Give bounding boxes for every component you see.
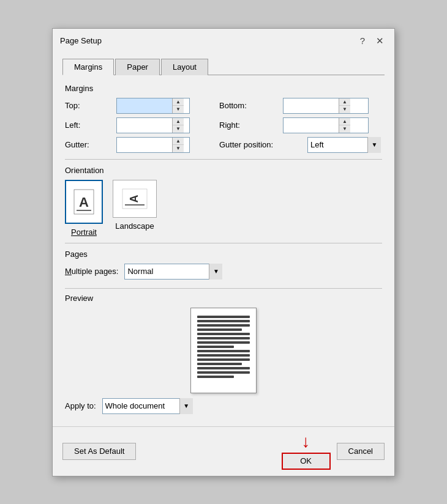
top-spin-down[interactable]: ▼ <box>173 106 184 113</box>
preview-page <box>190 308 257 393</box>
portrait-label: Portrait <box>71 228 97 237</box>
svg-text:A: A <box>79 195 89 210</box>
right-input[interactable]: 0.79" <box>284 118 339 133</box>
top-bottom-row: Top: 0.98" ▲ ▼ Bottom: 0.98" ▲ ▼ <box>65 98 382 114</box>
preview-line-8 <box>197 346 234 348</box>
apply-to-row: Apply to: Whole document This point forw… <box>65 398 382 414</box>
multiple-pages-select-wrapper[interactable]: Normal Mirror margins 2 pages per sheet … <box>124 264 222 280</box>
bottom-spin-down[interactable]: ▼ <box>339 106 350 113</box>
down-arrow-icon: ↓ <box>302 433 310 450</box>
landscape-label: Landscape <box>115 221 154 231</box>
dialog-title: Page Setup <box>60 36 102 45</box>
left-spin-down[interactable]: ▼ <box>173 125 184 133</box>
preview-line-1 <box>197 316 250 318</box>
margins-section-label: Margins <box>65 84 382 93</box>
bottom-input[interactable]: 0.98" <box>284 98 339 113</box>
tabs-bar: Margins Paper Layout <box>62 58 385 75</box>
preview-box <box>65 308 382 393</box>
orientation-options: A Portrait A <box>65 180 382 237</box>
pages-row: MMultiple pages:ultiple pages: Normal Mi… <box>65 264 382 280</box>
right-spin-down[interactable]: ▼ <box>339 125 350 133</box>
tab-content-margins: Margins Top: 0.98" ▲ ▼ Bottom: 0.98" ▲ <box>62 75 385 418</box>
help-button[interactable]: ? <box>355 34 370 48</box>
gutter-position-select[interactable]: Left Top Right <box>307 137 381 153</box>
bottom-label: Bottom: <box>219 101 280 110</box>
apply-to-label: Apply to: <box>65 401 96 410</box>
apply-to-select[interactable]: Whole document This point forward <box>102 398 193 414</box>
left-label: Left: <box>65 120 114 130</box>
top-input[interactable]: 0.98" <box>117 98 172 113</box>
preview-line-14 <box>197 371 250 374</box>
preview-line-5 <box>197 333 250 335</box>
bottom-spin-buttons: ▲ ▼ <box>339 98 350 113</box>
gutter-input[interactable]: 0" <box>117 138 172 152</box>
set-as-default-button[interactable]: Set As Default <box>62 443 136 460</box>
cancel-button[interactable]: Cancel <box>337 443 385 460</box>
right-spin-up[interactable]: ▲ <box>339 118 350 126</box>
title-bar-buttons: ? ✕ <box>355 34 387 48</box>
left-input-spin[interactable]: 1.38" ▲ ▼ <box>116 117 190 133</box>
gutter-row: Gutter: 0" ▲ ▼ Gutter position: Left Top… <box>65 137 382 153</box>
gutter-position-label: Gutter position: <box>219 140 305 149</box>
preview-line-9 <box>197 350 250 352</box>
preview-line-15 <box>197 376 234 378</box>
landscape-option[interactable]: A Landscape <box>113 180 157 237</box>
close-button[interactable]: ✕ <box>372 34 387 48</box>
pages-section: Pages MMultiple pages:ultiple pages: Nor… <box>65 250 382 280</box>
preview-line-7 <box>197 341 250 344</box>
portrait-option[interactable]: A Portrait <box>65 180 103 237</box>
multiple-pages-label: MMultiple pages:ultiple pages: <box>65 267 118 276</box>
orientation-label: Orientation <box>65 166 382 175</box>
svg-text:A: A <box>128 195 140 202</box>
top-input-spin[interactable]: 0.98" ▲ ▼ <box>116 98 190 114</box>
ok-button[interactable]: OK <box>282 453 331 470</box>
orientation-section: Orientation A Portrait <box>65 166 382 237</box>
left-spin-up[interactable]: ▲ <box>173 118 184 126</box>
left-right-row: Left: 1.38" ▲ ▼ Right: 0.79" ▲ ▼ <box>65 117 382 133</box>
preview-line-13 <box>197 367 250 369</box>
preview-line-12 <box>197 363 242 365</box>
tab-margins[interactable]: Margins <box>62 59 114 75</box>
top-spin-buttons: ▲ ▼ <box>172 98 184 113</box>
gutter-position-select-wrapper[interactable]: Left Top Right ▼ <box>307 137 381 153</box>
preview-line-4 <box>197 328 242 331</box>
preview-line-3 <box>197 324 250 327</box>
preview-line-2 <box>197 320 250 322</box>
top-label: Top: <box>65 101 114 110</box>
preview-line-11 <box>197 358 250 361</box>
tab-layout[interactable]: Layout <box>161 59 208 75</box>
bottom-input-spin[interactable]: 0.98" ▲ ▼ <box>283 98 369 114</box>
preview-section-label: Preview <box>65 294 382 303</box>
preview-line-10 <box>197 354 250 357</box>
bottom-spin-up[interactable]: ▲ <box>339 98 350 106</box>
top-spin-up[interactable]: ▲ <box>173 98 184 106</box>
right-input-spin[interactable]: 0.79" ▲ ▼ <box>283 117 369 133</box>
title-bar: Page Setup ? ✕ <box>53 29 394 52</box>
portrait-icon: A <box>65 180 103 224</box>
arrow-indicator: ↓ <box>302 433 310 450</box>
page-setup-dialog: Page Setup ? ✕ Margins Paper Layout Marg… <box>52 28 395 476</box>
apply-to-select-wrapper[interactable]: Whole document This point forward ▼ <box>102 398 193 414</box>
preview-section: Preview <box>65 294 382 414</box>
right-spin-buttons: ▲ ▼ <box>339 118 350 133</box>
ok-cancel-group: ↓ OK <box>282 433 331 470</box>
dialog-footer: Set As Default ↓ OK Cancel <box>53 426 394 476</box>
dialog-content: Margins Paper Layout Margins Top: 0.98" … <box>53 52 394 426</box>
multiple-pages-select[interactable]: Normal Mirror margins 2 pages per sheet … <box>124 264 222 280</box>
tab-paper[interactable]: Paper <box>115 59 160 75</box>
preview-line-6 <box>197 337 250 339</box>
gutter-input-spin[interactable]: 0" ▲ ▼ <box>116 137 190 153</box>
pages-section-label: Pages <box>65 250 382 259</box>
gutter-label: Gutter: <box>65 140 114 149</box>
right-buttons: ↓ OK Cancel <box>282 433 385 470</box>
right-label: Right: <box>219 120 280 130</box>
left-input[interactable]: 1.38" <box>117 118 172 133</box>
left-spin-buttons: ▲ ▼ <box>172 118 184 133</box>
gutter-spin-buttons: ▲ ▼ <box>172 138 184 152</box>
gutter-spin-down[interactable]: ▼ <box>173 145 184 152</box>
gutter-spin-up[interactable]: ▲ <box>173 138 184 146</box>
landscape-icon: A <box>113 180 157 218</box>
